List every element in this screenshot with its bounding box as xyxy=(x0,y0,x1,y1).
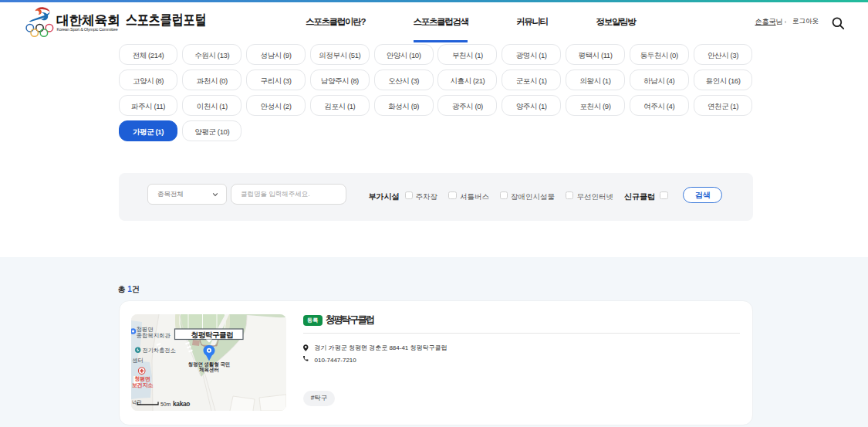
svg-text:전기차충전소: 전기차충전소 xyxy=(143,347,176,354)
svg-text:센터: 센터 xyxy=(133,357,144,364)
svg-text:kakao: kakao xyxy=(173,400,190,408)
svg-text:종합복지회관: 종합복지회관 xyxy=(137,332,171,339)
svg-text:보건지소: 보건지소 xyxy=(132,382,154,388)
svg-text:체육센터: 체육센터 xyxy=(198,367,219,373)
svg-text:청평탁구클럽: 청평탁구클럽 xyxy=(191,330,234,339)
svg-text:50m: 50m xyxy=(160,402,171,407)
